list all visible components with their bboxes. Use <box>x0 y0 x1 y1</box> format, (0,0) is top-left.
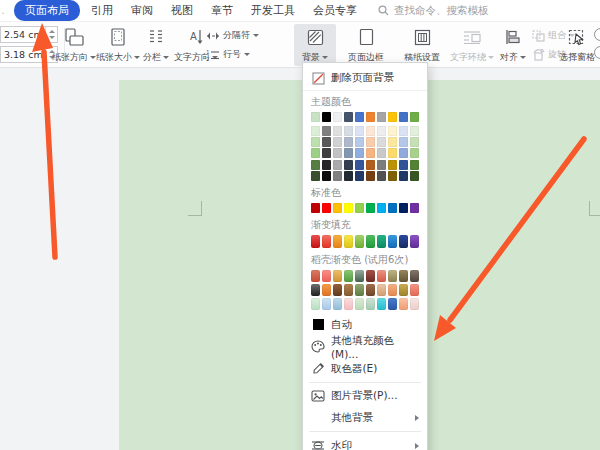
color-swatch[interactable] <box>333 203 342 213</box>
color-swatch[interactable] <box>410 203 419 213</box>
color-swatch[interactable] <box>344 112 353 122</box>
gradient-swatch[interactable] <box>388 270 397 282</box>
color-swatch[interactable] <box>322 171 331 181</box>
color-swatch[interactable] <box>322 126 331 136</box>
color-swatch[interactable] <box>355 203 364 213</box>
menu-item-color-picker[interactable]: 取色器(E) <box>303 358 427 380</box>
gradient-swatch[interactable] <box>410 270 419 282</box>
color-swatch[interactable] <box>377 137 386 147</box>
color-swatch[interactable] <box>399 126 408 136</box>
gradient-swatch[interactable] <box>388 284 397 296</box>
color-swatch[interactable] <box>366 148 375 158</box>
color-swatch[interactable] <box>366 126 375 136</box>
color-swatch[interactable] <box>311 171 320 181</box>
color-swatch[interactable] <box>333 171 342 181</box>
breaks-button[interactable]: 分隔符 <box>206 28 259 43</box>
color-swatch[interactable] <box>333 112 342 122</box>
color-swatch[interactable] <box>322 203 331 213</box>
menu-item-automatic[interactable]: 自动 <box>303 314 427 336</box>
gradient-swatch[interactable] <box>410 298 419 310</box>
align-button[interactable]: 对齐 <box>496 24 530 66</box>
menu-item-other-background[interactable]: 其他背景 <box>303 407 427 429</box>
color-swatch[interactable] <box>399 171 408 181</box>
gradient-swatch[interactable] <box>410 235 419 248</box>
color-swatch[interactable] <box>344 137 353 147</box>
gradient-swatch[interactable] <box>388 235 397 248</box>
color-swatch[interactable] <box>399 137 408 147</box>
gradient-swatch[interactable] <box>366 270 375 282</box>
color-swatch[interactable] <box>333 137 342 147</box>
gradient-swatch[interactable] <box>377 284 386 296</box>
gradient-swatch[interactable] <box>377 235 386 248</box>
gradient-swatch[interactable] <box>344 284 353 296</box>
margin-top-input[interactable] <box>0 26 58 43</box>
color-swatch[interactable] <box>388 137 397 147</box>
color-swatch[interactable] <box>311 126 320 136</box>
gradient-swatch[interactable] <box>344 298 353 310</box>
gradient-swatch[interactable] <box>333 270 342 282</box>
color-swatch[interactable] <box>410 160 419 170</box>
color-swatch[interactable] <box>366 160 375 170</box>
color-swatch[interactable] <box>355 126 364 136</box>
color-swatch[interactable] <box>366 171 375 181</box>
gradient-swatch[interactable] <box>399 298 408 310</box>
tab-references[interactable]: 引用 <box>82 1 122 20</box>
color-swatch[interactable] <box>311 148 320 158</box>
color-swatch[interactable] <box>377 112 386 122</box>
color-swatch[interactable] <box>388 203 397 213</box>
columns-button[interactable]: 分栏 <box>138 24 174 66</box>
gradient-swatch[interactable] <box>344 235 353 248</box>
gradient-swatch[interactable] <box>388 298 397 310</box>
line-numbers-button[interactable]: 1 2 行号 <box>206 47 250 62</box>
color-swatch[interactable] <box>311 160 320 170</box>
command-search[interactable]: 查找命令、搜索模板 <box>378 4 489 18</box>
color-swatch[interactable] <box>344 160 353 170</box>
color-swatch[interactable] <box>355 137 364 147</box>
color-swatch[interactable] <box>388 160 397 170</box>
gradient-swatch[interactable] <box>322 298 331 310</box>
color-swatch[interactable] <box>366 112 375 122</box>
page-border-button[interactable]: 页面边框 <box>340 24 392 66</box>
gradient-swatch[interactable] <box>399 270 408 282</box>
tab-member-exclusive[interactable]: 会员专享 <box>304 1 366 20</box>
gradient-swatch[interactable] <box>366 235 375 248</box>
gradient-swatch[interactable] <box>366 298 375 310</box>
background-button[interactable]: 背景 <box>294 24 336 66</box>
tab-developer-tools[interactable]: 开发工具 <box>242 1 304 20</box>
gradient-swatch[interactable] <box>355 235 364 248</box>
color-swatch[interactable] <box>399 203 408 213</box>
color-swatch[interactable] <box>410 126 419 136</box>
paper-orientation-button[interactable]: 纸张方向 <box>52 24 96 66</box>
color-swatch[interactable] <box>355 112 364 122</box>
color-swatch[interactable] <box>388 171 397 181</box>
color-swatch[interactable] <box>410 112 419 122</box>
paper-size-button[interactable]: 纸张大小 <box>96 24 140 66</box>
gradient-swatch[interactable] <box>410 284 419 296</box>
gradient-swatch[interactable] <box>355 270 364 282</box>
gradient-swatch[interactable] <box>377 270 386 282</box>
gradient-swatch[interactable] <box>355 284 364 296</box>
manuscript-setup-button[interactable]: 稿纸设置 <box>396 24 448 66</box>
color-swatch[interactable] <box>311 112 320 122</box>
gradient-swatch[interactable] <box>344 270 353 282</box>
color-swatch[interactable] <box>333 126 342 136</box>
color-swatch[interactable] <box>311 137 320 147</box>
margin-top-value[interactable] <box>1 29 43 40</box>
color-swatch[interactable] <box>333 160 342 170</box>
color-swatch[interactable] <box>377 148 386 158</box>
selection-pane-button[interactable]: 选择窗格 <box>556 24 598 66</box>
gradient-swatch[interactable] <box>311 270 320 282</box>
color-swatch[interactable] <box>333 148 342 158</box>
tab-review[interactable]: 审阅 <box>122 1 162 20</box>
color-swatch[interactable] <box>377 203 386 213</box>
color-swatch[interactable] <box>399 148 408 158</box>
color-swatch[interactable] <box>322 148 331 158</box>
color-swatch[interactable] <box>344 171 353 181</box>
color-swatch[interactable] <box>322 137 331 147</box>
tab-section[interactable]: 章节 <box>202 1 242 20</box>
margin-bottom-input[interactable] <box>0 46 58 63</box>
color-swatch[interactable] <box>377 160 386 170</box>
gradient-swatch[interactable] <box>399 284 408 296</box>
gradient-swatch[interactable] <box>333 298 342 310</box>
gradient-swatch[interactable] <box>377 298 386 310</box>
